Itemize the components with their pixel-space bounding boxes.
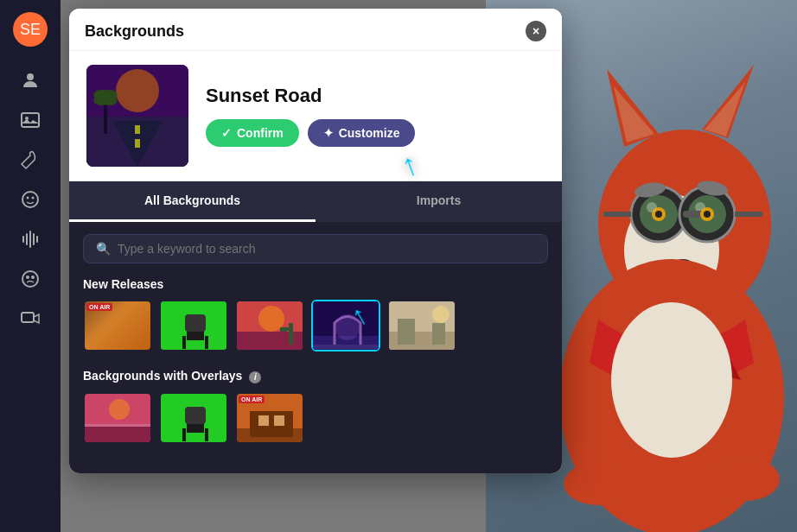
svg-point-8 [22, 271, 38, 287]
on-air-badge: ON AIR [86, 303, 112, 311]
new-releases-section: New Releases ON AIR [83, 277, 548, 352]
svg-rect-71 [205, 428, 208, 441]
preview-actions: ✓ Confirm ✦ Customize [206, 119, 415, 147]
preview-section: Sunset Road ✓ Confirm ✦ Customize [69, 51, 562, 181]
bg-thumb-nr4[interactable] [311, 300, 380, 352]
search-icon: 🔍 [96, 242, 111, 256]
bg-thumb-ov2[interactable] [159, 392, 228, 444]
svg-point-63 [432, 306, 450, 323]
tab-all-backgrounds[interactable]: All Backgrounds [69, 181, 316, 222]
bg-thumb-nr3[interactable] [235, 300, 304, 352]
confirm-button[interactable]: ✓ Confirm [206, 119, 299, 147]
wand-icon: ✦ [323, 126, 334, 140]
sidebar-item-scenes[interactable] [12, 301, 48, 337]
svg-point-9 [26, 276, 29, 279]
overlays-section: Backgrounds with Overlays i [83, 369, 548, 444]
svg-rect-65 [85, 424, 152, 444]
svg-rect-54 [280, 327, 287, 332]
tab-imports[interactable]: Imports [316, 181, 562, 222]
modal-overlay: Backgrounds × [61, 0, 797, 532]
svg-rect-76 [258, 415, 269, 426]
preview-info: Sunset Road ✓ Confirm ✦ Customize [206, 85, 415, 147]
sidebar-item-alerts[interactable] [12, 261, 48, 297]
main-area: Backgrounds × [61, 0, 797, 532]
arrow-pointer-confirm: ↑ [396, 145, 423, 185]
svg-rect-52 [289, 323, 293, 345]
svg-rect-62 [432, 323, 445, 345]
overlays-grid: ON AIR [83, 392, 548, 444]
modal-header: Backgrounds × [69, 9, 562, 51]
modal-close-button[interactable]: × [526, 21, 546, 41]
svg-rect-43 [135, 139, 140, 148]
svg-point-58 [335, 314, 360, 340]
content-area[interactable]: 🔍 New Releases ON AIR [69, 222, 562, 473]
svg-point-38 [116, 69, 159, 112]
svg-rect-42 [135, 125, 140, 134]
modal-title: Backgrounds [85, 22, 184, 41]
search-input[interactable] [118, 242, 535, 256]
info-icon[interactable]: i [249, 371, 261, 383]
sidebar-item-audio[interactable] [12, 221, 48, 257]
svg-point-10 [31, 276, 35, 279]
svg-rect-50 [237, 332, 304, 352]
bg-thumb-nr5[interactable] [387, 300, 456, 352]
svg-rect-70 [182, 428, 186, 441]
svg-rect-72 [185, 407, 206, 424]
overlays-title: Backgrounds with Overlays i [83, 369, 548, 383]
tabs-container: All Backgrounds Imports [69, 181, 562, 222]
bg-thumb-nr2[interactable] [159, 300, 228, 352]
new-releases-grid: ON AIR [83, 300, 548, 352]
svg-rect-47 [205, 336, 208, 349]
sidebar-item-props[interactable] [12, 142, 48, 178]
svg-rect-67 [85, 424, 152, 427]
sidebar: SE [0, 0, 61, 532]
preview-image [86, 65, 188, 167]
svg-rect-61 [398, 319, 415, 345]
svg-rect-48 [185, 314, 206, 332]
checkmark-icon: ✓ [221, 126, 232, 140]
new-releases-title: New Releases [83, 277, 548, 291]
svg-point-7 [32, 197, 35, 200]
bg-thumb-nr1[interactable]: ON AIR [83, 300, 152, 352]
svg-point-66 [109, 399, 130, 420]
on-air-badge-ov: ON AIR [239, 396, 265, 403]
svg-rect-57 [313, 345, 380, 349]
preview-image-inner [86, 65, 188, 167]
svg-rect-11 [22, 313, 34, 322]
sidebar-item-avatar[interactable] [12, 62, 48, 98]
svg-rect-77 [274, 415, 284, 426]
app-logo[interactable]: SE [11, 10, 49, 48]
svg-point-5 [22, 192, 38, 207]
svg-point-2 [27, 73, 34, 80]
svg-text:SE: SE [20, 21, 41, 38]
bg-thumb-ov1[interactable] [83, 392, 152, 444]
svg-point-6 [27, 197, 29, 200]
svg-rect-3 [22, 113, 39, 127]
svg-rect-46 [182, 336, 186, 349]
svg-rect-75 [250, 411, 293, 437]
sidebar-item-backgrounds[interactable] [12, 102, 48, 138]
search-bar: 🔍 [83, 234, 548, 263]
preview-name: Sunset Road [206, 85, 415, 107]
sidebar-item-face[interactable] [12, 181, 48, 218]
backgrounds-modal: Backgrounds × [69, 9, 562, 473]
customize-button[interactable]: ✦ Customize [308, 119, 416, 147]
bg-thumb-ov3[interactable]: ON AIR [235, 392, 304, 444]
